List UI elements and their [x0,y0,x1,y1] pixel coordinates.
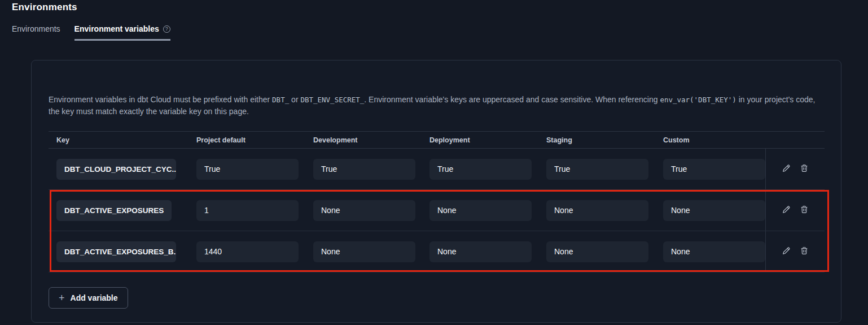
value-pill: 1 [196,200,299,221]
variables-table: Key Project default Development Deployme… [49,131,825,272]
column-header-development: Development [305,136,422,144]
code-snippet: env_var('DBT_KEY') [660,96,736,104]
value-pill: None [429,241,532,262]
tab-environment-variables[interactable]: Environment variables ? [74,24,170,41]
value-pill: None [663,241,765,262]
table-header-row: Key Project default Development Deployme… [49,131,825,149]
key-pill: DBT_CLOUD_PROJECT_CYC... [56,159,176,180]
value-pill: None [663,200,765,221]
table-row: DBT_ACTIVE_EXPOSURES_B... 1440 None None… [49,231,825,272]
trash-icon [800,205,809,216]
value-pill: True [663,159,765,180]
code-snippet: DBT_ENV_SECRET_ [300,96,364,104]
value-pill: True [546,159,648,180]
help-icon[interactable]: ? [163,25,170,33]
description-segment: . Environment variable's keys are upperc… [364,95,660,104]
edit-variable-button[interactable] [781,164,791,174]
description-segment: Environment variables in dbt Cloud must … [49,95,272,104]
key-pill: DBT_ACTIVE_EXPOSURES [56,200,172,221]
trash-icon [800,246,809,257]
delete-variable-button[interactable] [799,205,809,215]
column-header-project-default: Project default [188,136,305,144]
row-actions [765,149,825,189]
pencil-icon [782,246,791,257]
tab-environments[interactable]: Environments [12,24,60,41]
value-pill: True [429,159,532,180]
pencil-icon [782,163,791,175]
value-pill: True [313,159,415,180]
pencil-icon [782,205,791,216]
table-row: DBT_ACTIVE_EXPOSURES 1 None None None No… [49,190,825,231]
add-variable-label: Add variable [71,293,118,302]
plus-icon: + [59,293,65,303]
edit-variable-button[interactable] [781,246,791,257]
table-row: DBT_CLOUD_PROJECT_CYC... True True True … [49,149,825,190]
edit-variable-button[interactable] [781,205,791,215]
value-pill: True [196,159,299,180]
value-pill: None [313,200,415,221]
description-segment: or [289,95,300,104]
delete-variable-button[interactable] [799,246,809,257]
tab-bar: Environments Environment variables ? [12,24,868,41]
value-pill: None [546,241,648,262]
row-actions [765,231,825,272]
value-pill: None [546,200,648,221]
trash-icon [800,163,809,175]
column-header-deployment: Deployment [422,136,538,144]
description-text: Environment variables in dbt Cloud must … [49,94,817,117]
column-header-key: Key [49,136,188,144]
row-actions [765,190,825,231]
delete-variable-button[interactable] [799,164,809,174]
value-pill: None [313,241,415,262]
column-header-custom: Custom [655,136,765,144]
add-variable-button[interactable]: + Add variable [49,287,128,309]
code-snippet: DBT_ [272,96,289,104]
tab-label: Environment variables [74,24,159,33]
page-title: Environments [12,2,868,13]
value-pill: 1440 [196,241,299,262]
key-pill: DBT_ACTIVE_EXPOSURES_B... [56,241,176,262]
value-pill: None [429,200,532,221]
environment-variables-card: Environment variables in dbt Cloud must … [31,60,841,323]
column-header-staging: Staging [538,136,655,144]
